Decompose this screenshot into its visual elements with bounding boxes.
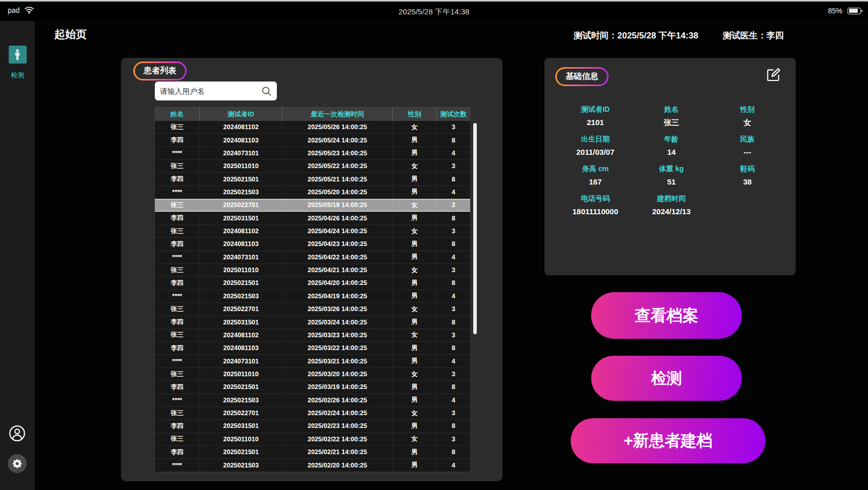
- new-patient-button[interactable]: +新患者建档: [571, 418, 765, 463]
- table-cell: 男: [393, 381, 437, 393]
- table-row[interactable]: 张三20240811022025/04/24 14:00:25女3: [155, 225, 470, 238]
- table-cell: 4: [437, 290, 470, 302]
- table-cell: 李四: [155, 316, 200, 328]
- info-field-label: 身高 cm: [582, 165, 609, 174]
- table-cell: 李四: [155, 446, 200, 458]
- table-row[interactable]: 李四20240811032025/05/24 14:00:25男8: [155, 134, 470, 147]
- table-cell: 2025/05/19 14:00:25: [282, 199, 393, 211]
- table-cell: 2025021501: [200, 381, 282, 393]
- info-field-label: 鞋码: [740, 165, 755, 174]
- table-cell: 李四: [155, 134, 200, 146]
- table-row[interactable]: 张三20250227012025/05/19 14:00:25女3: [155, 199, 470, 212]
- info-field-value: 张三: [663, 118, 679, 128]
- table-cell: 2025011010: [200, 433, 282, 445]
- table-row[interactable]: ****20250215032025/02/26 14:00:25男4: [155, 394, 470, 407]
- table-row[interactable]: ****20240731012025/04/22 14:00:25男4: [155, 251, 470, 264]
- info-field-label: 性别: [740, 105, 755, 114]
- info-field: 身高 cm167: [557, 165, 633, 189]
- info-field-label: 体重 kg: [659, 165, 683, 174]
- table-row[interactable]: ****20250215032025/04/19 14:00:25男4: [155, 290, 470, 303]
- table-row[interactable]: ****20240731012025/05/23 14:00:25男4: [155, 147, 470, 160]
- table-cell: 2025021503: [200, 186, 282, 198]
- view-archive-button[interactable]: 查看档案: [591, 292, 742, 339]
- table-cell: 4: [437, 251, 470, 263]
- table-cell: 张三: [155, 121, 200, 133]
- table-cell: 4: [437, 355, 470, 367]
- table-cell: 2025/04/20 14:00:25: [282, 277, 393, 289]
- info-field: 建档时间2024/12/13: [633, 194, 709, 218]
- table-row[interactable]: 李四20250215012025/04/20 14:00:25男8: [155, 277, 470, 290]
- table-row[interactable]: 张三20250227012025/03/26 14:00:25女3: [155, 303, 470, 316]
- info-field: 性别女: [710, 105, 785, 129]
- table-cell: 男: [393, 134, 437, 146]
- detect-button[interactable]: 检测: [591, 356, 742, 401]
- sidebar-item-label: 检测: [0, 71, 35, 80]
- column-header: 姓名: [155, 107, 200, 121]
- table-cell: 3: [437, 329, 470, 341]
- table-cell: 2025/03/24 14:00:25: [282, 316, 393, 328]
- user-avatar-icon[interactable]: [9, 425, 26, 442]
- table-row[interactable]: 李四20250215012025/03/19 14:00:25男8: [155, 381, 470, 394]
- table-cell: 2025021503: [200, 459, 282, 471]
- table-row[interactable]: ****20250215032025/02/20 14:00:25男4: [155, 459, 470, 472]
- table-cell: 2024081103: [200, 134, 282, 146]
- table-row[interactable]: ****20250215032025/05/20 14:00:25男4: [155, 186, 470, 199]
- table-cell: 男: [393, 186, 437, 198]
- table-cell: 2025/03/22 14:00:25: [282, 342, 393, 354]
- table-row[interactable]: 张三20250110102025/02/22 14:00:25女3: [155, 433, 470, 446]
- app-screen: pad 2025/5/28 下午14:38 85%: [0, 0, 868, 490]
- table-row[interactable]: 李四20250215012025/05/21 14:00:25男8: [155, 173, 470, 186]
- table-row[interactable]: ****20240731012025/03/21 14:00:25男4: [155, 355, 470, 368]
- table-row[interactable]: 李四20240811032025/04/23 14:00:25男8: [155, 238, 470, 251]
- table-cell: 2025031501: [200, 212, 282, 224]
- table-cell: 张三: [155, 303, 200, 315]
- table-row[interactable]: 张三20240811022025/03/23 14:00:25女3: [155, 329, 470, 342]
- sidebar: 检测: [0, 21, 35, 490]
- edit-icon[interactable]: [765, 67, 781, 84]
- test-time-value: 2025/5/28 下午14:38: [617, 31, 698, 40]
- table-scrollbar-thumb[interactable]: [473, 123, 477, 334]
- table-cell: 张三: [155, 368, 200, 380]
- search-icon[interactable]: [261, 86, 272, 97]
- status-bar: pad 2025/5/28 下午14:38 85%: [0, 2, 868, 21]
- table-cell: 2025/02/21 14:00:25: [282, 446, 393, 458]
- table-cell: 3: [437, 121, 470, 133]
- table-cell: 2025/02/22 14:00:25: [282, 433, 393, 445]
- info-field-label: 年龄: [664, 135, 678, 144]
- table-row[interactable]: 张三20240811022025/05/26 14:00:25女3: [155, 121, 470, 134]
- table-row[interactable]: 李四20240811032025/03/22 14:00:25男8: [155, 342, 470, 355]
- doctor-value: 李四: [766, 31, 784, 40]
- info-field-value: 51: [667, 177, 676, 186]
- basic-info-badge: 基础信息: [555, 67, 609, 86]
- table-cell: 3: [437, 264, 470, 276]
- table-cell: 8: [437, 238, 470, 250]
- info-field: 年龄14: [633, 135, 709, 159]
- search-input[interactable]: [155, 87, 261, 95]
- table-cell: 3: [437, 368, 470, 380]
- battery-percent: 85%: [828, 7, 842, 15]
- table-cell: 8: [437, 173, 470, 185]
- table-cell: 李四: [155, 342, 200, 354]
- table-cell: 男: [393, 420, 437, 432]
- table-row[interactable]: 张三20250110102025/03/20 14:00:25女3: [155, 368, 470, 381]
- table-row[interactable]: 张三20250227012025/02/24 14:00:25女3: [155, 407, 470, 420]
- table-row[interactable]: 张三20250110102025/04/21 14:00:25女3: [155, 264, 470, 277]
- table-row[interactable]: 李四20250315012025/02/23 14:00:25男8: [155, 420, 470, 433]
- sidebar-item-detect[interactable]: 检测: [0, 46, 35, 80]
- table-row[interactable]: 李四20250315012025/04/26 14:00:25男8: [155, 212, 470, 225]
- table-row[interactable]: 李四20250315012025/03/24 14:00:25男8: [155, 316, 470, 329]
- table-cell: 2025021501: [200, 173, 282, 185]
- table-cell: 男: [393, 355, 437, 367]
- table-cell: 2025/05/24 14:00:25: [282, 134, 393, 146]
- table-cell: 2025031501: [200, 420, 282, 432]
- settings-gear-icon[interactable]: [8, 454, 27, 473]
- table-row[interactable]: 李四20250215012025/02/21 14:00:25男8: [155, 446, 470, 459]
- table-cell: 男: [393, 147, 437, 159]
- table-cell: 男: [393, 277, 437, 289]
- patient-table: 姓名测试者ID最近一次检测时间性别测试次数 张三20240811022025/0…: [154, 107, 471, 473]
- table-cell: 2025/04/22 14:00:25: [282, 251, 393, 263]
- table-cell: 女: [393, 199, 437, 211]
- table-row[interactable]: 张三20250110102025/05/22 14:00:25女3: [155, 160, 470, 173]
- table-cell: 2025/05/26 14:00:25: [282, 121, 393, 133]
- table-cell: 2025021503: [200, 394, 282, 406]
